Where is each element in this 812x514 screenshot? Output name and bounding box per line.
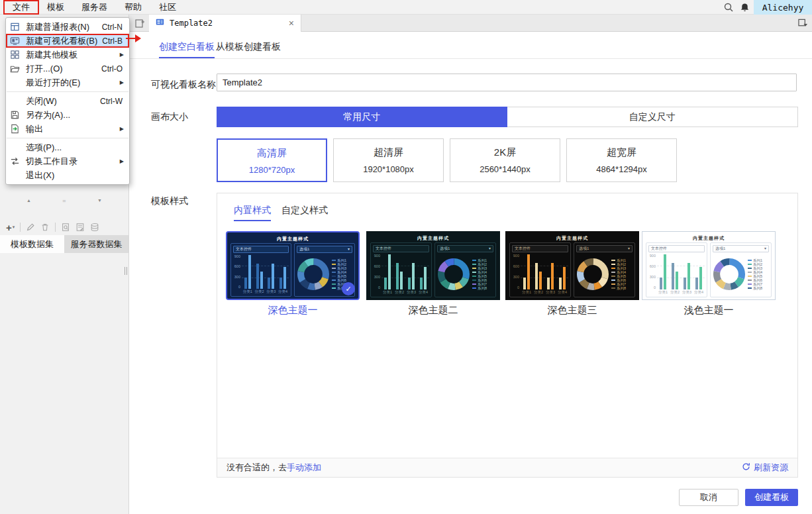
file-menu-item[interactable]: 切换工作目录▶	[6, 154, 129, 168]
tab-create-blank-dashboard[interactable]: 创建空白看板	[159, 41, 215, 53]
size-card-resolution: 4864*1294px	[567, 164, 676, 174]
size-card-4[interactable]: 超宽屏4864*1294px	[566, 138, 677, 182]
theme-name: 深色主题一	[226, 304, 360, 317]
thumb-text-widget-label: 文本控件	[236, 246, 252, 252]
database-icon[interactable]	[90, 223, 99, 232]
cancel-button[interactable]: 取消	[679, 489, 738, 506]
y-tick: 900	[234, 254, 240, 258]
delete-icon[interactable]	[40, 223, 50, 232]
menu-separator	[7, 91, 128, 92]
manual-add-link[interactable]: 手动添加	[287, 462, 321, 472]
file-menu-item[interactable]: 输出▶	[6, 122, 129, 136]
legend-dash	[472, 272, 476, 273]
canvas-size-label: 画布大小	[151, 111, 188, 123]
donut-block: 系列1系列2系列3系列4系列5系列6系列7系列8	[713, 254, 769, 295]
add-icon[interactable]: +▾	[6, 222, 15, 233]
submenu-arrow-icon: ▶	[120, 79, 124, 85]
legend-item: 系列8	[472, 286, 493, 290]
file-menu-item[interactable]: 新建可视化看板(B)Ctrl-B	[6, 34, 129, 48]
theme-card-3[interactable]: 内置主题样式文本控件9006003000分类1分类2分类3分类4选项1▾系列1系…	[505, 231, 639, 300]
menubar-item[interactable]: 文件	[4, 1, 38, 14]
size-mode-custom[interactable]: 自定义尺寸	[507, 107, 799, 127]
category-label: 分类1	[521, 289, 533, 295]
dashboard-name-label: 可视化看板名称	[151, 79, 216, 91]
splitter-down-icon[interactable]: ▼	[97, 198, 102, 203]
size-card-name: 2K屏	[450, 146, 560, 159]
refresh-resources-button[interactable]: 刷新资源	[742, 462, 788, 474]
menubar-item[interactable]: 社区	[150, 1, 185, 14]
legend-dash	[611, 280, 615, 281]
new-tab-icon[interactable]	[134, 18, 145, 30]
selected-check-badge: ✓	[342, 282, 355, 295]
file-menu-item[interactable]: 关闭(W)Ctrl-W	[6, 94, 129, 108]
file-menu-item[interactable]: 打开...(O)Ctrl-O	[6, 62, 129, 76]
donut-legend: 系列1系列2系列3系列4系列5系列6系列7系列8	[746, 258, 769, 291]
thumb-dropdown-label: 选项1	[299, 246, 309, 252]
dataset-config-icon[interactable]	[76, 223, 85, 232]
menubar-item[interactable]: 模板	[38, 1, 73, 14]
tab-template-dataset[interactable]: 模板数据集	[0, 235, 64, 253]
bar	[420, 278, 423, 289]
bar-chart-categories: 分类1分类2分类3分类4	[381, 289, 429, 295]
bar	[676, 272, 678, 289]
search-icon[interactable]	[722, 0, 735, 15]
document-tab[interactable]: Template2 ×	[149, 15, 301, 32]
size-card-name: 高清屏	[218, 147, 326, 160]
y-tick: 300	[650, 275, 656, 279]
file-menu-item-label: 新建可视化看板(B)	[26, 35, 102, 47]
theme-card-4[interactable]: 内置主题样式文本控件9006003000分类1分类2分类3分类4选项1▾系列1系…	[642, 231, 776, 300]
file-menu-item-label: 最近打开的(E)	[26, 77, 120, 89]
bar	[412, 263, 415, 289]
tab-create-from-template[interactable]: 从模板创建看板	[216, 41, 281, 53]
splitter-handle-icon[interactable]: =	[62, 198, 66, 203]
file-menu-item[interactable]: 退出(X)	[6, 168, 129, 182]
bar-group	[681, 254, 693, 289]
y-tick: 0	[378, 285, 380, 289]
notification-icon[interactable]	[738, 0, 751, 15]
refresh-icon	[742, 462, 750, 473]
size-card-3[interactable]: 2K屏2560*1440px	[450, 138, 560, 182]
legend-dash	[332, 260, 336, 261]
size-card-2[interactable]: 超清屏1920*1080px	[333, 138, 444, 182]
menubar-item[interactable]: 服务器	[73, 1, 116, 14]
dataset-preview-icon[interactable]	[61, 223, 70, 232]
bar	[539, 272, 542, 289]
size-mode-common[interactable]: 常用尺寸	[217, 107, 507, 127]
file-menu-item[interactable]: 另存为(A)...	[6, 108, 129, 122]
theme-card-1[interactable]: 内置主题样式文本控件9006003000分类1分类2分类3分类4选项1▾系列1系…	[226, 231, 360, 300]
dashboard-name-input[interactable]	[217, 74, 797, 91]
thumb-text-widget: 文本控件	[373, 245, 429, 252]
template-style-label: 模板样式	[151, 195, 188, 207]
theme-card-2[interactable]: 内置主题样式文本控件9006003000分类1分类2分类3分类4选项1▾系列1系…	[366, 231, 500, 300]
open-icon	[10, 64, 26, 74]
tab-builtin-style[interactable]: 内置样式	[234, 205, 271, 217]
file-menu-item-label: 关闭(W)	[26, 95, 100, 107]
legend-dash	[332, 276, 336, 277]
file-menu-item[interactable]: 新建其他模板▶	[6, 48, 129, 62]
menubar-item[interactable]: 帮助	[116, 1, 150, 14]
legend-dash	[332, 268, 336, 269]
thumb-body: 文本控件9006003000分类1分类2分类3分类4选项1▾系列1系列2系列3系…	[509, 242, 635, 297]
create-dashboard-button[interactable]: 创建看板	[745, 489, 798, 506]
thumb-right-panel: 选项1▾系列1系列2系列3系列4系列5系列6系列7系列8	[434, 242, 496, 297]
sidebar-collapse-grip[interactable]	[125, 267, 127, 275]
edit-icon[interactable]	[26, 223, 35, 232]
file-menu-item[interactable]: 选项(P)...	[6, 140, 129, 154]
splitter-up-icon[interactable]: ▲	[26, 198, 31, 203]
bar	[684, 278, 686, 289]
size-card-1[interactable]: 高清屏1280*720px	[217, 138, 327, 182]
file-menu-item[interactable]: 最近打开的(E)▶	[6, 76, 129, 89]
submenu-arrow-icon: ▶	[120, 126, 124, 132]
category-label: 分类1	[242, 289, 254, 294]
tab-list-icon[interactable]	[798, 19, 808, 30]
username-button[interactable]: Alicehyy	[754, 0, 812, 15]
file-menu: 新建普通报表(N)Ctrl-N新建可视化看板(B)Ctrl-B新建其他模板▶打开…	[5, 17, 130, 185]
legend-dash	[332, 283, 336, 285]
file-menu-item[interactable]: 新建普通报表(N)Ctrl-N	[6, 20, 129, 34]
tab-custom-style[interactable]: 自定义样式	[281, 205, 328, 217]
tab-close-icon[interactable]: ×	[289, 19, 294, 28]
legend-item: 系列8	[611, 286, 633, 290]
legend-dash	[472, 287, 476, 289]
sidebar-splitter[interactable]: ▲ = ▼	[0, 198, 128, 203]
tab-server-dataset[interactable]: 服务器数据集	[64, 235, 128, 253]
